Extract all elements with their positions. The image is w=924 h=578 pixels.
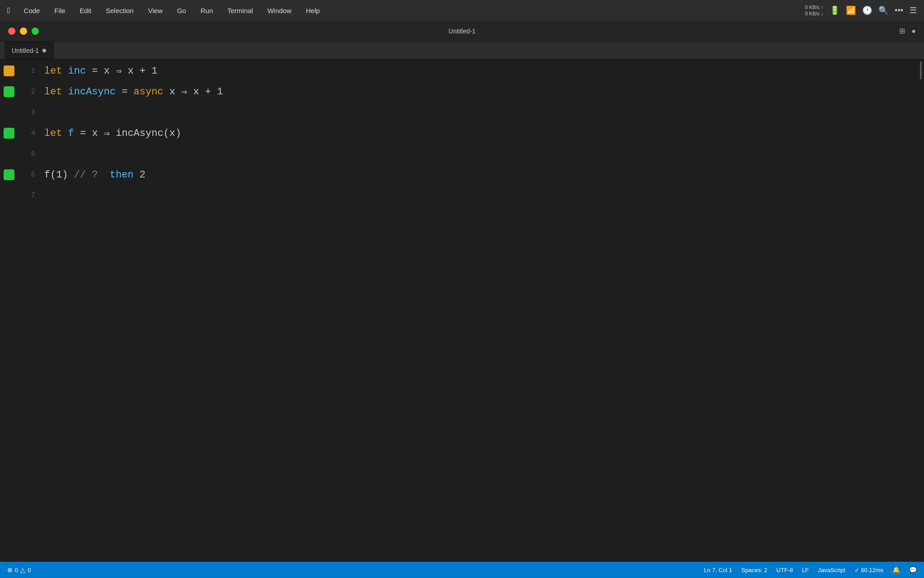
titlebar: Untitled-1 ⊞ ● bbox=[0, 21, 924, 42]
token-x-1b: x bbox=[128, 65, 134, 77]
menu-file[interactable]: File bbox=[51, 6, 68, 15]
token-x-4: x bbox=[92, 128, 98, 139]
more-icon[interactable]: ••• bbox=[895, 6, 903, 15]
notifications-icon[interactable]: 🔔 bbox=[892, 566, 900, 573]
deco-empty-5 bbox=[4, 149, 14, 159]
deco-green-2 bbox=[4, 86, 14, 97]
code-line-1: let inc = x ⇒ x + 1 bbox=[41, 61, 918, 81]
token-eq-4: = bbox=[74, 128, 92, 139]
deco-row-6 bbox=[0, 164, 16, 185]
code-editor[interactable]: let inc = x ⇒ x + 1 let incAsync = async… bbox=[41, 60, 918, 562]
deco-empty-3 bbox=[4, 107, 14, 118]
token-then: then bbox=[110, 169, 139, 181]
language-mode[interactable]: JavaScript bbox=[818, 567, 845, 573]
token-comment: // ? bbox=[74, 169, 110, 181]
deco-row-2 bbox=[0, 81, 16, 102]
token-inc: inc bbox=[68, 65, 86, 77]
token-x-1: x bbox=[104, 65, 110, 77]
scrollbar[interactable] bbox=[918, 60, 924, 562]
menu-go[interactable]: Go bbox=[174, 6, 189, 15]
code-line-7 bbox=[41, 185, 918, 206]
line-num-1: 1 bbox=[16, 61, 35, 81]
split-editor-icon[interactable]: ⊞ bbox=[899, 27, 905, 35]
dot-icon: ● bbox=[911, 27, 916, 35]
token-arrow-1: ⇒ bbox=[110, 65, 128, 77]
token-1-num: 1 bbox=[152, 65, 157, 77]
token-plus-2: + bbox=[199, 86, 217, 98]
deco-green-6 bbox=[4, 169, 14, 180]
menu-run[interactable]: Run bbox=[198, 6, 216, 15]
window-title: Untitled-1 bbox=[448, 28, 476, 35]
menu-terminal[interactable]: Terminal bbox=[225, 6, 256, 15]
line-num-7: 7 bbox=[16, 185, 35, 206]
list-icon[interactable]: ☰ bbox=[910, 5, 917, 15]
menu-help[interactable]: Help bbox=[303, 6, 323, 15]
menubar-right: 0 KB/s ↑ 0 KB/s ↓ 🔋 📶 🕐 🔍 ••• ☰ bbox=[805, 4, 917, 17]
token-x-2: x bbox=[163, 86, 181, 98]
token-x-2b: x bbox=[193, 86, 199, 98]
deco-row-3 bbox=[0, 102, 16, 123]
code-line-6: f(1) // ? then 2 bbox=[41, 164, 918, 185]
deco-green-4 bbox=[4, 128, 14, 139]
token-let-4: let bbox=[44, 128, 68, 139]
menubar:  Code File Edit Selection View Go Run T… bbox=[0, 0, 924, 21]
deco-empty-7 bbox=[4, 190, 14, 201]
line-numbers: 1 2 3 4 5 6 7 bbox=[16, 60, 41, 562]
warning-icon: △ bbox=[20, 566, 25, 573]
search-icon[interactable]: 🔍 bbox=[878, 5, 888, 15]
statusbar: ⊗ 0 △ 0 Ln 7, Col 1 Spaces: 2 UTF-8 LF J… bbox=[0, 562, 924, 578]
menu-window[interactable]: Window bbox=[265, 6, 294, 15]
maximize-button[interactable] bbox=[32, 28, 39, 35]
traffic-lights bbox=[8, 28, 39, 35]
token-arrow-4: ⇒ bbox=[98, 127, 116, 140]
statusbar-right: Ln 7, Col 1 Spaces: 2 UTF-8 LF JavaScrip… bbox=[704, 566, 917, 573]
apple-logo:  bbox=[7, 6, 10, 15]
token-1-num-2: 1 bbox=[217, 86, 223, 98]
line-num-6: 6 bbox=[16, 164, 35, 185]
token-2-num: 2 bbox=[139, 169, 145, 181]
menu-selection[interactable]: Selection bbox=[103, 6, 136, 15]
token-f: f bbox=[68, 128, 74, 139]
menu-code[interactable]: Code bbox=[21, 6, 43, 15]
scrollbar-thumb[interactable] bbox=[920, 61, 922, 79]
timing: ✓ 60.12ms bbox=[855, 567, 883, 573]
error-icon: ⊗ bbox=[7, 566, 13, 573]
menu-view[interactable]: View bbox=[145, 6, 165, 15]
tabbar: Untitled-1 bbox=[0, 42, 924, 60]
network-speed: 0 KB/s ↑ 0 KB/s ↓ bbox=[805, 4, 823, 17]
titlebar-actions: ⊞ ● bbox=[899, 27, 916, 35]
token-incasync-call: incAsync(x) bbox=[116, 128, 181, 139]
cursor-position[interactable]: Ln 7, Col 1 bbox=[704, 567, 732, 573]
code-line-4: let f = x ⇒ incAsync(x) bbox=[41, 123, 918, 144]
deco-orange-1 bbox=[4, 65, 14, 76]
menu-edit[interactable]: Edit bbox=[77, 6, 94, 15]
token-let-1: let bbox=[44, 65, 68, 77]
token-f-call: f(1) bbox=[44, 169, 74, 181]
token-eq-2: = bbox=[116, 86, 134, 98]
indentation[interactable]: Spaces: 2 bbox=[741, 567, 767, 573]
token-plus-1: + bbox=[134, 65, 152, 77]
minimize-button[interactable] bbox=[20, 28, 27, 35]
status-errors[interactable]: ⊗ 0 △ 0 bbox=[7, 566, 31, 573]
error-count: 0 bbox=[15, 567, 18, 573]
warning-count: 0 bbox=[28, 567, 31, 573]
close-button[interactable] bbox=[8, 28, 15, 35]
token-arrow-2: ⇒ bbox=[181, 86, 193, 98]
encoding[interactable]: UTF-8 bbox=[776, 567, 793, 573]
token-incasync: incAsync bbox=[68, 86, 116, 98]
deco-row-7 bbox=[0, 185, 16, 206]
tab-untitled-1[interactable]: Untitled-1 bbox=[5, 42, 54, 59]
tab-modified-dot bbox=[42, 49, 46, 52]
line-num-3: 3 bbox=[16, 102, 35, 123]
deco-row-5 bbox=[0, 144, 16, 164]
token-eq-1: = bbox=[86, 65, 104, 77]
battery-icon: 🔋 bbox=[830, 5, 840, 15]
line-ending[interactable]: LF bbox=[802, 567, 809, 573]
feedback-icon[interactable]: 💬 bbox=[909, 566, 917, 573]
editor-area: 1 2 3 4 5 6 7 let inc = x ⇒ x + 1 let in… bbox=[0, 60, 924, 562]
line-num-2: 2 bbox=[16, 81, 35, 102]
token-async: async bbox=[134, 86, 163, 98]
token-let-2: let bbox=[44, 86, 68, 98]
line-decorations bbox=[0, 60, 16, 562]
clock-icon: 🕐 bbox=[862, 5, 872, 15]
